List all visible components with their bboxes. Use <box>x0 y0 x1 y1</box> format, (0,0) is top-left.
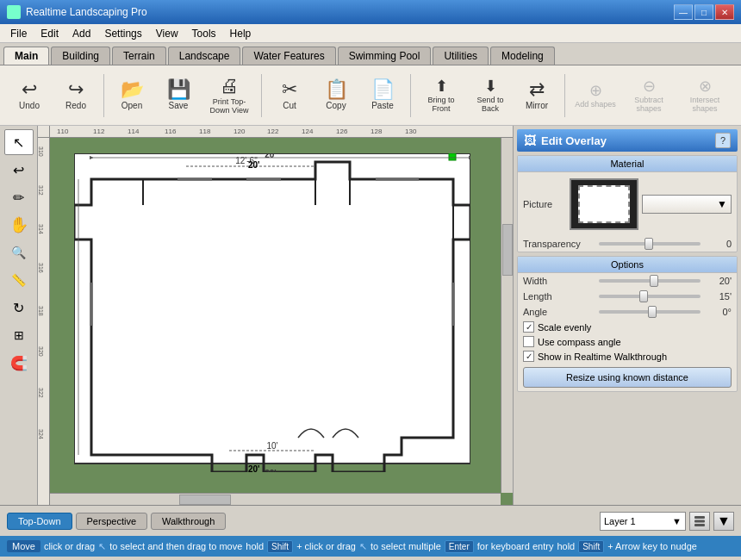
intersect-shapes-label: Intersect shapes <box>680 96 730 113</box>
mirror-button[interactable]: ⇄ Mirror <box>514 70 559 121</box>
width-value: 20' <box>707 276 732 286</box>
print-icon: 🖨 <box>220 77 239 96</box>
ruler-top: 110 112 114 116 118 120 122 124 126 128 … <box>50 126 513 138</box>
tick-116: 116 <box>165 128 176 135</box>
tab-water-features[interactable]: Water Features <box>242 47 335 65</box>
compass-angle-checkbox[interactable] <box>523 336 534 347</box>
tool-zoom[interactable]: 🔍 <box>4 240 34 265</box>
tool-grid[interactable]: ⊞ <box>4 322 34 348</box>
horizontal-scrollbar[interactable] <box>50 493 501 505</box>
tool-magnet[interactable]: 🧲 <box>4 350 34 376</box>
open-icon: 📂 <box>121 80 144 99</box>
vertical-scrollbar[interactable] <box>501 138 513 493</box>
tab-swimming-pool[interactable]: Swimming Pool <box>338 47 432 65</box>
scale-evenly-label: Scale evenly <box>538 322 591 333</box>
tab-main[interactable]: Main <box>3 47 49 65</box>
width-label-bottom: 20' <box>248 464 260 474</box>
tick-114: 114 <box>128 128 139 135</box>
send-back-button[interactable]: ⬇ Send to Back <box>468 70 513 121</box>
tick-126: 126 <box>336 128 347 135</box>
menu-tools[interactable]: Tools <box>185 26 223 41</box>
layer-dropdown[interactable]: Layer 1 ▼ <box>600 512 686 531</box>
subtract-shapes-button[interactable]: ⊖ Subtract shapes <box>622 70 676 121</box>
resize-button[interactable]: Resize using known distance <box>523 367 732 388</box>
copy-button[interactable]: 📋 Copy <box>314 70 358 121</box>
status-bar: Move click or drag ↖ to select and then … <box>0 536 741 557</box>
mirror-label: Mirror <box>526 101 548 110</box>
length-slider[interactable] <box>599 295 701 298</box>
maximize-button[interactable]: □ <box>694 4 713 20</box>
floor-plan: 12'-6" 10' 20' 22-6 15' 20' <box>74 153 470 472</box>
view-tab-topdown[interactable]: Top-Down <box>7 513 72 530</box>
width-thumb[interactable] <box>650 275 658 287</box>
status-move: Move <box>7 540 40 552</box>
walkthrough-checkbox[interactable] <box>523 351 534 362</box>
redo-label: Redo <box>65 101 86 110</box>
scale-evenly-checkbox[interactable] <box>523 321 534 333</box>
walkthrough-row: Show in Realtime Walkthrough <box>518 349 737 364</box>
transparency-slider[interactable] <box>599 242 701 246</box>
view-tab-perspective[interactable]: Perspective <box>76 513 147 530</box>
tab-modeling[interactable]: Modeling <box>490 47 555 65</box>
help-button[interactable]: ? <box>715 133 731 148</box>
menu-add[interactable]: Add <box>65 26 97 41</box>
intersect-shapes-button[interactable]: ⊗ Intersect shapes <box>677 70 732 121</box>
tool-undo[interactable]: ↩ <box>4 157 34 183</box>
picture-inner <box>578 185 630 223</box>
redo-button[interactable]: ↪ Redo <box>53 70 98 121</box>
add-shapes-label: Add shapes <box>575 100 616 109</box>
status-plus-click: + click or drag <box>296 541 356 551</box>
angle-slider[interactable] <box>599 310 701 314</box>
print-button[interactable]: 🖨 Print Top-Down View <box>202 70 256 121</box>
open-button[interactable]: 📂 Open <box>109 70 154 121</box>
minimize-button[interactable]: — <box>674 4 693 20</box>
add-shapes-button[interactable]: ⊕ Add shapes <box>570 70 620 121</box>
material-section: Material Picture ▼ Transparency 0 <box>517 155 738 252</box>
ruler-corner <box>38 126 50 138</box>
menu-help[interactable]: Help <box>223 26 258 41</box>
undo-button[interactable]: ↩ Undo <box>7 70 52 121</box>
tool-rotate[interactable]: ↻ <box>4 295 34 320</box>
status-hold2: hold <box>557 541 575 551</box>
tab-terrain[interactable]: Terrain <box>112 47 166 65</box>
layer-add-button[interactable]: ▼ <box>713 512 734 531</box>
close-button[interactable]: ✕ <box>715 4 734 20</box>
length-thumb[interactable] <box>639 290 648 302</box>
canvas-area[interactable]: 110 112 114 116 118 120 122 124 126 128 … <box>38 126 513 505</box>
app-icon <box>7 5 21 19</box>
layer-settings-button[interactable] <box>689 512 710 531</box>
copy-icon: 📋 <box>325 80 348 99</box>
view-tab-walkthrough[interactable]: Walkthrough <box>151 513 226 530</box>
bring-front-button[interactable]: ⬆ Bring to Front <box>416 70 466 121</box>
angle-thumb[interactable] <box>648 306 657 318</box>
paste-button[interactable]: 📄 Paste <box>360 70 405 121</box>
layer-label: Layer 1 <box>604 516 636 526</box>
separator-1 <box>103 74 104 117</box>
menu-settings[interactable]: Settings <box>97 26 148 41</box>
menu-file[interactable]: File <box>3 26 34 41</box>
cut-button[interactable]: ✂ Cut <box>267 70 312 121</box>
tab-building[interactable]: Building <box>51 47 110 65</box>
layer-select: Layer 1 ▼ ▼ <box>600 512 734 531</box>
tool-measure[interactable]: 📏 <box>4 267 34 293</box>
menu-view[interactable]: View <box>149 26 185 41</box>
bring-front-icon: ⬆ <box>435 78 448 94</box>
length-label: Length <box>523 291 592 302</box>
width-slider[interactable] <box>599 279 701 283</box>
menu-edit[interactable]: Edit <box>34 26 65 41</box>
tool-pencil[interactable]: ✏ <box>4 184 34 210</box>
window-controls: — □ ✕ <box>674 4 734 20</box>
save-button[interactable]: 💾 Save <box>156 70 201 121</box>
add-shapes-icon: ⊕ <box>589 83 602 98</box>
tick-312: 312 <box>38 185 44 196</box>
transparency-thumb[interactable] <box>644 238 653 250</box>
material-header: Material <box>518 156 737 172</box>
tool-pan[interactable]: ✋ <box>4 212 34 238</box>
separator-2 <box>261 74 262 117</box>
drawing-canvas[interactable]: 12'-6" 10' 20' 22-6 15' 20' <box>50 138 501 493</box>
tab-landscape[interactable]: Landscape <box>168 47 241 65</box>
svg-text:20': 20' <box>265 469 277 472</box>
tab-utilities[interactable]: Utilities <box>433 47 489 65</box>
tool-select[interactable]: ↖ <box>4 129 34 155</box>
picture-dropdown[interactable]: ▼ <box>642 195 732 214</box>
